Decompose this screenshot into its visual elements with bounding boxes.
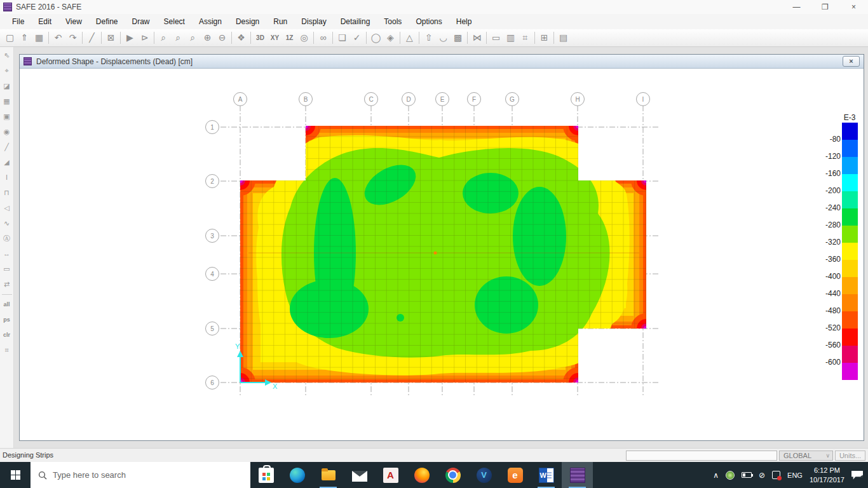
menu-tools[interactable]: Tools [377, 14, 409, 29]
lock-model-icon[interactable]: ⊠ [104, 31, 118, 45]
snip-tool-icon[interactable] [772, 471, 780, 479]
draw-wall-outline-icon[interactable]: ⊓ [1, 187, 13, 198]
viewer-close-icon[interactable]: × [843, 56, 860, 67]
taskbar-app-store[interactable] [250, 462, 281, 488]
network-icon[interactable]: ⊘ [759, 471, 765, 480]
menu-view[interactable]: View [58, 14, 89, 29]
taskbar-app-e[interactable]: e [499, 462, 531, 488]
taskbar-search[interactable]: Type here to search [31, 462, 250, 488]
previous-selection-icon[interactable]: ps [1, 315, 13, 325]
draw-line-icon[interactable]: ╱ [85, 31, 99, 45]
display-options-icon[interactable]: ❏ [335, 31, 349, 45]
view-3d-icon[interactable]: 3D [253, 31, 268, 45]
draw-opening-icon[interactable]: △ [402, 31, 417, 45]
zoom-out-icon[interactable]: ⊖ [215, 31, 229, 45]
snap-toggle-icon[interactable]: ⌗ [1, 345, 13, 356]
new-model-icon[interactable]: ▢ [3, 31, 17, 45]
point-load-icon[interactable]: ⇧ [421, 31, 436, 45]
language-indicator[interactable]: ENG [787, 471, 803, 479]
select-all-icon[interactable]: all [1, 299, 13, 310]
rotate-view-icon[interactable]: ◎ [297, 31, 311, 45]
show-contours-icon[interactable]: ▩ [451, 31, 465, 45]
plot-canvas[interactable]: Y X E-3 -80-120-160-200-240-280-320-360-… [20, 69, 864, 440]
pan-icon[interactable]: ❖ [234, 31, 248, 45]
tray-app-icon[interactable] [726, 471, 735, 480]
start-button[interactable] [0, 462, 31, 488]
battery-icon[interactable] [742, 472, 752, 478]
quick-draw-area-icon[interactable]: ◢ [1, 157, 13, 168]
menu-detailing[interactable]: Detailing [334, 14, 377, 29]
select-area-icon[interactable]: ⌗ [518, 31, 532, 45]
viewer-titlebar[interactable]: Deformed Shape - Displacements (Dead) [c… [20, 55, 864, 69]
menu-define[interactable]: Define [89, 14, 125, 29]
menu-file[interactable]: File [5, 14, 31, 29]
draw-circular-slab-icon[interactable]: ◉ [1, 126, 13, 137]
select-reshape-icon[interactable]: ⌖ [1, 65, 13, 76]
run-design-icon[interactable]: ⊳ [137, 31, 152, 45]
menu-assign[interactable]: Assign [192, 14, 229, 29]
notification-icon[interactable]: 4 [851, 471, 863, 480]
quick-draw-icon[interactable]: ◈ [383, 31, 398, 45]
draw-beam-line-icon[interactable]: ╱ [1, 142, 13, 152]
redo-icon[interactable]: ↷ [65, 31, 80, 45]
status-input[interactable] [626, 451, 777, 461]
zoom-in-icon[interactable]: ⊕ [200, 31, 215, 45]
menu-display[interactable]: Display [294, 14, 333, 29]
show-tables-icon[interactable]: ▥ [503, 31, 518, 45]
zoom-window-icon[interactable]: ⌕ [156, 31, 171, 45]
draw-column-icon[interactable]: I [1, 172, 13, 183]
taskbar-app-chrome[interactable] [437, 462, 468, 488]
tray-chevron-icon[interactable]: ∧ [713, 471, 719, 480]
check-model-icon[interactable]: ✓ [349, 31, 364, 45]
strip-forces-icon[interactable]: ⋈ [470, 31, 484, 45]
draw-slab-icon[interactable]: ◪ [1, 81, 13, 92]
units-button[interactable]: Units... [835, 451, 865, 461]
taskbar-app-v[interactable]: V [468, 462, 499, 488]
menu-run[interactable]: Run [266, 14, 294, 29]
taskbar-app-safe[interactable] [562, 462, 593, 488]
select-pointer-icon[interactable]: ⇖ [1, 50, 13, 61]
open-file-icon[interactable]: ⇑ [17, 31, 32, 45]
draw-rect-slab-icon[interactable]: ▦ [1, 96, 13, 107]
draw-tendon-icon[interactable]: ∿ [1, 218, 13, 229]
report-writer-icon[interactable]: ▤ [556, 31, 571, 45]
draw-wall-icon[interactable]: ◁ [1, 203, 13, 214]
draw-support-icon[interactable]: ⇄ [1, 279, 13, 290]
dimension-annotation-icon[interactable]: Ⓐ [1, 233, 13, 244]
menu-options[interactable]: Options [409, 14, 449, 29]
close-icon[interactable]: × [839, 0, 868, 14]
legend-swatch-8 [842, 260, 858, 277]
coord-system-dropdown[interactable]: GLOBAL ∨ [779, 451, 833, 461]
beam-design-icon[interactable]: ▭ [489, 31, 503, 45]
draw-design-strip-icon[interactable]: ▭ [1, 264, 13, 274]
draw-point-icon[interactable]: ◯ [369, 31, 383, 45]
taskbar-apps: AVeW [250, 462, 593, 488]
perspective-toggle-icon[interactable]: ∞ [316, 31, 330, 45]
run-analysis-icon[interactable]: ▶ [123, 31, 137, 45]
surface-load-icon[interactable]: ◡ [436, 31, 451, 45]
view-xz-icon[interactable]: 1Z [282, 31, 297, 45]
undo-icon[interactable]: ↶ [51, 31, 65, 45]
menu-edit[interactable]: Edit [31, 14, 58, 29]
clock[interactable]: 6:12 PM 10/17/2017 [810, 466, 844, 484]
view-xy-icon[interactable]: XY [268, 31, 282, 45]
dimension-line-icon[interactable]: ↔ [1, 248, 13, 259]
taskbar-app-autocad[interactable]: A [375, 462, 406, 488]
clear-selection-icon[interactable]: clr [1, 330, 13, 341]
menu-select[interactable]: Select [157, 14, 192, 29]
menu-design[interactable]: Design [229, 14, 266, 29]
minimize-icon[interactable]: — [782, 0, 811, 14]
quick-draw-slab-icon[interactable]: ▣ [1, 111, 13, 122]
grid-options-icon[interactable]: ⊞ [537, 31, 552, 45]
save-icon[interactable]: ▦ [32, 31, 46, 45]
zoom-previous-icon[interactable]: ⌕ [186, 31, 200, 45]
zoom-full-icon[interactable]: ⌕ [171, 31, 186, 45]
menu-help[interactable]: Help [449, 14, 479, 29]
taskbar-app-mail[interactable] [344, 462, 375, 488]
restore-icon[interactable]: ❐ [811, 0, 839, 14]
taskbar-app-explorer[interactable] [313, 462, 344, 488]
menu-draw[interactable]: Draw [125, 14, 157, 29]
taskbar-app-edge[interactable] [281, 462, 313, 488]
taskbar-app-word[interactable]: W [531, 462, 562, 488]
taskbar-app-firefox[interactable] [406, 462, 437, 488]
